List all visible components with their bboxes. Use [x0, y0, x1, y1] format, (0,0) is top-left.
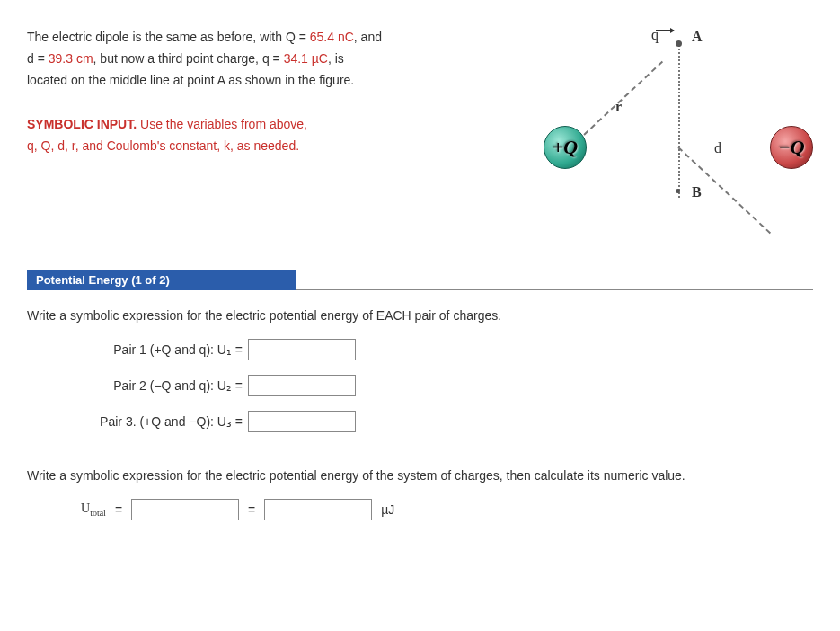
vertical-dashed-line	[678, 45, 680, 198]
neg-charge-label: −Q	[778, 136, 804, 159]
symbolic-line-2: q, Q, d, r, and Coulomb's constant, k, a…	[27, 136, 517, 157]
pair-2-label: Pair 2 (−Q and q): U₂ =	[81, 378, 243, 393]
label-B: B	[692, 184, 702, 200]
u-total-label: Utotal	[81, 502, 106, 518]
equals-sign-1: =	[115, 502, 122, 517]
u-total-symbolic-input[interactable]	[131, 499, 239, 520]
problem-prose: The electric dipole is the same as befor…	[27, 27, 517, 157]
u-total-numeric-input[interactable]	[264, 499, 372, 520]
point-A-dot	[676, 40, 682, 47]
arrow-to-A	[656, 30, 674, 31]
Q-value: 65.4 nC	[310, 30, 354, 44]
intro-line-1: The electric dipole is the same as befor…	[27, 27, 517, 49]
pair-1-input[interactable]	[248, 339, 356, 360]
pair-3-input[interactable]	[248, 411, 356, 432]
text: The electric dipole is the same as befor…	[27, 30, 310, 44]
label-r: r	[615, 99, 622, 115]
u-total-unit: µJ	[381, 502, 394, 517]
pair-3-row: Pair 3. (+Q and −Q): U₃ =	[81, 411, 813, 432]
total-row: Utotal = = µJ	[81, 499, 813, 520]
pair-1-row: Pair 1 (+Q and q): U₁ =	[81, 339, 813, 360]
text: , is	[328, 51, 344, 66]
label-q: q	[651, 27, 659, 43]
prompt-2: Write a symbolic expression for the elec…	[27, 468, 813, 483]
top-row: The electric dipole is the same as befor…	[27, 27, 813, 234]
intro-line-2: d = 39.3 cm, but now a third point charg…	[27, 49, 517, 70]
pair-2-input[interactable]	[248, 375, 356, 396]
horizontal-line	[585, 147, 772, 147]
pair-1-label: Pair 1 (+Q and q): U₁ =	[81, 342, 243, 357]
text: d =	[27, 51, 49, 66]
intro-line-3: located on the middle line at point A as…	[27, 70, 517, 92]
label-d: d	[714, 140, 721, 156]
q-value: 34.1 µC	[284, 51, 328, 66]
symbolic-input-label: SYMBOLIC INPUT.	[27, 117, 137, 131]
pair-3-label: Pair 3. (+Q and −Q): U₃ =	[81, 414, 243, 429]
text: Use the variables from above,	[137, 117, 307, 131]
symbolic-line-1: SYMBOLIC INPUT. Use the variables from a…	[27, 114, 517, 136]
positive-charge: +Q	[544, 126, 587, 169]
text: , and	[354, 30, 382, 44]
pair-2-row: Pair 2 (−Q and q): U₂ =	[81, 375, 813, 396]
prompt-1: Write a symbolic expression for the elec…	[27, 308, 813, 323]
equals-sign-2: =	[248, 502, 255, 517]
pos-charge-label: +Q	[553, 136, 578, 159]
label-A: A	[692, 29, 703, 45]
section-header: Potential Energy (1 of 2)	[27, 270, 296, 290]
negative-charge: −Q	[770, 126, 813, 169]
d-value: 39.3 cm	[49, 51, 93, 66]
point-B-dot	[676, 189, 680, 193]
dipole-figure: q A r d B +Q −Q	[544, 27, 813, 234]
text: , but now a third point charge, q =	[93, 51, 284, 66]
